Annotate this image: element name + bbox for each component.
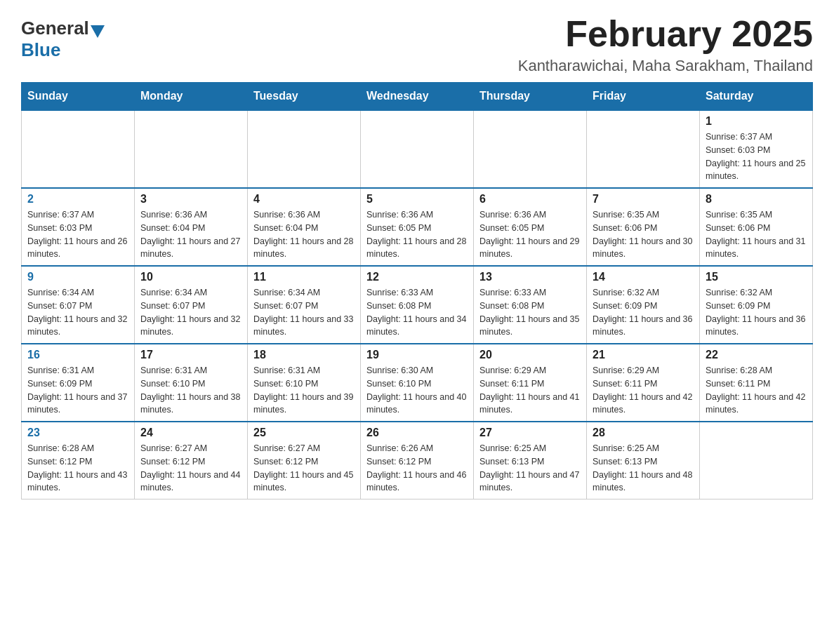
calendar-cell bbox=[587, 110, 700, 188]
days-of-week-row: SundayMondayTuesdayWednesdayThursdayFrid… bbox=[22, 83, 813, 111]
calendar-header: SundayMondayTuesdayWednesdayThursdayFrid… bbox=[22, 83, 813, 111]
day-number: 12 bbox=[366, 271, 468, 283]
calendar-cell: 5Sunrise: 6:36 AMSunset: 6:05 PMDaylight… bbox=[361, 188, 474, 266]
day-info: Sunrise: 6:36 AMSunset: 6:04 PMDaylight:… bbox=[253, 208, 355, 261]
day-number: 26 bbox=[366, 427, 468, 439]
logo-triangle-icon bbox=[91, 25, 105, 38]
calendar-cell: 21Sunrise: 6:29 AMSunset: 6:11 PMDayligh… bbox=[587, 344, 700, 422]
day-info: Sunrise: 6:34 AMSunset: 6:07 PMDaylight:… bbox=[27, 286, 128, 339]
day-info: Sunrise: 6:31 AMSunset: 6:10 PMDaylight:… bbox=[140, 364, 241, 417]
week-row-2: 2Sunrise: 6:37 AMSunset: 6:03 PMDaylight… bbox=[22, 188, 813, 266]
day-number: 19 bbox=[366, 349, 468, 361]
day-info: Sunrise: 6:28 AMSunset: 6:11 PMDaylight:… bbox=[706, 364, 807, 417]
day-info: Sunrise: 6:27 AMSunset: 6:12 PMDaylight:… bbox=[253, 442, 355, 495]
day-info: Sunrise: 6:33 AMSunset: 6:08 PMDaylight:… bbox=[366, 286, 468, 339]
day-header-saturday: Saturday bbox=[700, 83, 813, 111]
day-info: Sunrise: 6:34 AMSunset: 6:07 PMDaylight:… bbox=[140, 286, 241, 339]
day-number: 15 bbox=[706, 271, 807, 283]
day-header-monday: Monday bbox=[135, 83, 248, 111]
day-info: Sunrise: 6:25 AMSunset: 6:13 PMDaylight:… bbox=[593, 442, 694, 495]
day-number: 21 bbox=[593, 349, 694, 361]
day-info: Sunrise: 6:36 AMSunset: 6:05 PMDaylight:… bbox=[366, 208, 468, 261]
day-number: 28 bbox=[593, 427, 694, 439]
day-number: 20 bbox=[479, 349, 581, 361]
day-number: 1 bbox=[706, 115, 807, 128]
calendar-cell bbox=[700, 422, 813, 499]
calendar-cell: 4Sunrise: 6:36 AMSunset: 6:04 PMDaylight… bbox=[248, 188, 361, 266]
page-title: February 2025 bbox=[518, 14, 813, 54]
title-block: February 2025 Kantharawichai, Maha Sarak… bbox=[518, 14, 813, 75]
calendar-cell: 9Sunrise: 6:34 AMSunset: 6:07 PMDaylight… bbox=[22, 266, 135, 344]
day-info: Sunrise: 6:31 AMSunset: 6:10 PMDaylight:… bbox=[253, 364, 355, 417]
week-row-5: 23Sunrise: 6:28 AMSunset: 6:12 PMDayligh… bbox=[22, 422, 813, 499]
day-header-thursday: Thursday bbox=[474, 83, 587, 111]
week-row-3: 9Sunrise: 6:34 AMSunset: 6:07 PMDaylight… bbox=[22, 266, 813, 344]
calendar-cell: 28Sunrise: 6:25 AMSunset: 6:13 PMDayligh… bbox=[587, 422, 700, 499]
day-number: 4 bbox=[253, 193, 355, 206]
day-number: 2 bbox=[27, 193, 128, 206]
day-number: 13 bbox=[479, 271, 581, 283]
calendar-cell: 1Sunrise: 6:37 AMSunset: 6:03 PMDaylight… bbox=[700, 110, 813, 188]
day-info: Sunrise: 6:26 AMSunset: 6:12 PMDaylight:… bbox=[366, 442, 468, 495]
calendar-cell: 24Sunrise: 6:27 AMSunset: 6:12 PMDayligh… bbox=[135, 422, 248, 499]
calendar-cell: 11Sunrise: 6:34 AMSunset: 6:07 PMDayligh… bbox=[248, 266, 361, 344]
day-info: Sunrise: 6:36 AMSunset: 6:04 PMDaylight:… bbox=[140, 208, 241, 261]
week-row-1: 1Sunrise: 6:37 AMSunset: 6:03 PMDaylight… bbox=[22, 110, 813, 188]
day-number: 17 bbox=[140, 349, 241, 361]
calendar-cell: 14Sunrise: 6:32 AMSunset: 6:09 PMDayligh… bbox=[587, 266, 700, 344]
calendar-cell: 3Sunrise: 6:36 AMSunset: 6:04 PMDaylight… bbox=[135, 188, 248, 266]
day-number: 9 bbox=[27, 271, 128, 283]
day-number: 25 bbox=[253, 427, 355, 439]
day-number: 23 bbox=[27, 427, 128, 439]
day-number: 16 bbox=[27, 349, 128, 361]
calendar-body: 1Sunrise: 6:37 AMSunset: 6:03 PMDaylight… bbox=[22, 110, 813, 499]
calendar-table: SundayMondayTuesdayWednesdayThursdayFrid… bbox=[21, 82, 813, 499]
day-info: Sunrise: 6:30 AMSunset: 6:10 PMDaylight:… bbox=[366, 364, 468, 417]
day-info: Sunrise: 6:37 AMSunset: 6:03 PMDaylight:… bbox=[27, 208, 128, 261]
day-info: Sunrise: 6:28 AMSunset: 6:12 PMDaylight:… bbox=[27, 442, 128, 495]
calendar-cell bbox=[474, 110, 587, 188]
day-header-wednesday: Wednesday bbox=[361, 83, 474, 111]
day-number: 24 bbox=[140, 427, 241, 439]
day-info: Sunrise: 6:34 AMSunset: 6:07 PMDaylight:… bbox=[253, 286, 355, 339]
day-number: 22 bbox=[706, 349, 807, 361]
calendar-cell: 16Sunrise: 6:31 AMSunset: 6:09 PMDayligh… bbox=[22, 344, 135, 422]
day-info: Sunrise: 6:37 AMSunset: 6:03 PMDaylight:… bbox=[706, 130, 807, 183]
day-info: Sunrise: 6:29 AMSunset: 6:11 PMDaylight:… bbox=[479, 364, 581, 417]
day-info: Sunrise: 6:35 AMSunset: 6:06 PMDaylight:… bbox=[593, 208, 694, 261]
day-info: Sunrise: 6:32 AMSunset: 6:09 PMDaylight:… bbox=[706, 286, 807, 339]
calendar-cell: 18Sunrise: 6:31 AMSunset: 6:10 PMDayligh… bbox=[248, 344, 361, 422]
day-number: 3 bbox=[140, 193, 241, 206]
day-info: Sunrise: 6:25 AMSunset: 6:13 PMDaylight:… bbox=[479, 442, 581, 495]
day-info: Sunrise: 6:33 AMSunset: 6:08 PMDaylight:… bbox=[479, 286, 581, 339]
day-info: Sunrise: 6:27 AMSunset: 6:12 PMDaylight:… bbox=[140, 442, 241, 495]
day-info: Sunrise: 6:29 AMSunset: 6:11 PMDaylight:… bbox=[593, 364, 694, 417]
calendar-cell: 17Sunrise: 6:31 AMSunset: 6:10 PMDayligh… bbox=[135, 344, 248, 422]
calendar-cell: 19Sunrise: 6:30 AMSunset: 6:10 PMDayligh… bbox=[361, 344, 474, 422]
page-header: General Blue February 2025 Kantharawicha… bbox=[21, 14, 813, 75]
day-info: Sunrise: 6:32 AMSunset: 6:09 PMDaylight:… bbox=[593, 286, 694, 339]
logo: General Blue bbox=[21, 14, 106, 61]
page-subtitle: Kantharawichai, Maha Sarakham, Thailand bbox=[518, 57, 813, 75]
day-number: 7 bbox=[593, 193, 694, 206]
calendar-cell: 27Sunrise: 6:25 AMSunset: 6:13 PMDayligh… bbox=[474, 422, 587, 499]
calendar-cell: 26Sunrise: 6:26 AMSunset: 6:12 PMDayligh… bbox=[361, 422, 474, 499]
day-number: 27 bbox=[479, 427, 581, 439]
calendar-cell: 12Sunrise: 6:33 AMSunset: 6:08 PMDayligh… bbox=[361, 266, 474, 344]
calendar-cell: 23Sunrise: 6:28 AMSunset: 6:12 PMDayligh… bbox=[22, 422, 135, 499]
calendar-cell: 6Sunrise: 6:36 AMSunset: 6:05 PMDaylight… bbox=[474, 188, 587, 266]
calendar-cell bbox=[135, 110, 248, 188]
day-number: 14 bbox=[593, 271, 694, 283]
day-number: 5 bbox=[366, 193, 468, 206]
calendar-cell: 13Sunrise: 6:33 AMSunset: 6:08 PMDayligh… bbox=[474, 266, 587, 344]
logo-general-text: General bbox=[21, 18, 89, 39]
calendar-cell: 25Sunrise: 6:27 AMSunset: 6:12 PMDayligh… bbox=[248, 422, 361, 499]
calendar-cell bbox=[361, 110, 474, 188]
logo-blue-text: Blue bbox=[21, 39, 60, 61]
calendar-cell: 22Sunrise: 6:28 AMSunset: 6:11 PMDayligh… bbox=[700, 344, 813, 422]
day-info: Sunrise: 6:35 AMSunset: 6:06 PMDaylight:… bbox=[706, 208, 807, 261]
calendar-cell bbox=[248, 110, 361, 188]
calendar-cell: 8Sunrise: 6:35 AMSunset: 6:06 PMDaylight… bbox=[700, 188, 813, 266]
day-info: Sunrise: 6:36 AMSunset: 6:05 PMDaylight:… bbox=[479, 208, 581, 261]
day-number: 8 bbox=[706, 193, 807, 206]
